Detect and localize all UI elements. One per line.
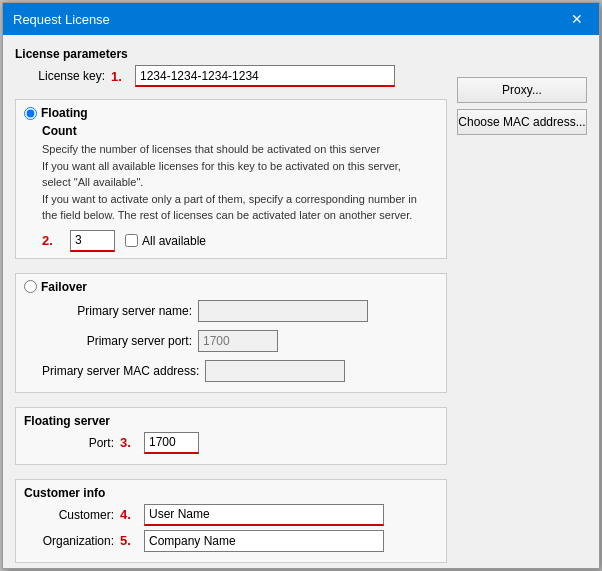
floating-radio[interactable] — [24, 107, 37, 120]
dialog-title: Request License — [13, 12, 110, 27]
primary-port-label: Primary server port: — [42, 334, 192, 348]
port-input[interactable] — [144, 432, 199, 454]
choose-mac-button[interactable]: Choose MAC address... — [457, 109, 587, 135]
failover-fields: Primary server name: Primary server port… — [24, 300, 438, 386]
step1-number: 1. — [111, 69, 129, 84]
count-row: 2. All available — [42, 230, 438, 252]
license-params-title: License parameters — [15, 47, 447, 61]
primary-server-label: Primary server name: — [42, 304, 192, 318]
primary-mac-input[interactable] — [205, 360, 345, 382]
count-section: Count Specify the number of licenses tha… — [24, 124, 438, 252]
org-row: Organization: 5. — [24, 530, 438, 552]
all-available-label: All available — [125, 234, 206, 248]
failover-radio[interactable] — [24, 280, 37, 293]
floating-group: Floating Count Specify the number of lic… — [15, 99, 447, 259]
failover-radio-label: Failover — [24, 280, 438, 294]
customer-info-section: Customer info Customer: 4. Organization:… — [15, 479, 447, 563]
customer-input[interactable] — [144, 504, 384, 526]
primary-server-name-row: Primary server name: — [42, 300, 438, 322]
customer-info-title: Customer info — [24, 486, 438, 500]
close-button[interactable]: ✕ — [565, 9, 589, 29]
dialog-body: License parameters License key: 1. Float… — [3, 35, 599, 571]
primary-mac-row: Primary server MAC address: — [42, 360, 438, 382]
count-description: Specify the number of licenses that shou… — [42, 141, 438, 224]
org-input[interactable] — [144, 530, 384, 552]
failover-group: Failover Primary server name: Primary se… — [15, 273, 447, 393]
primary-port-input[interactable] — [198, 330, 278, 352]
side-buttons: Proxy... Choose MAC address... — [457, 47, 587, 563]
step2-number: 2. — [42, 233, 60, 248]
step3-number: 3. — [120, 435, 138, 450]
org-label: Organization: — [24, 534, 114, 548]
license-params-section: License parameters License key: 1. — [15, 47, 447, 91]
license-key-row: License key: 1. — [15, 65, 447, 87]
all-available-checkbox[interactable] — [125, 234, 138, 247]
count-title: Count — [42, 124, 438, 138]
title-bar: Request License ✕ — [3, 3, 599, 35]
step5-number: 5. — [120, 533, 138, 548]
license-key-label: License key: — [15, 69, 105, 83]
license-key-input[interactable] — [135, 65, 395, 87]
request-license-dialog: Request License ✕ License parameters Lic… — [2, 2, 600, 569]
primary-mac-label: Primary server MAC address: — [42, 364, 199, 378]
port-label: Port: — [24, 436, 114, 450]
floating-radio-label: Floating — [24, 106, 438, 120]
customer-row: Customer: 4. — [24, 504, 438, 526]
customer-label: Customer: — [24, 508, 114, 522]
step4-number: 4. — [120, 507, 138, 522]
primary-server-name-input[interactable] — [198, 300, 368, 322]
count-input[interactable] — [70, 230, 115, 252]
port-row: Port: 3. — [24, 432, 438, 454]
primary-port-row: Primary server port: — [42, 330, 438, 352]
floating-server-title: Floating server — [24, 414, 438, 428]
main-content: License parameters License key: 1. Float… — [15, 47, 447, 563]
floating-server-section: Floating server Port: 3. — [15, 407, 447, 465]
proxy-button[interactable]: Proxy... — [457, 77, 587, 103]
